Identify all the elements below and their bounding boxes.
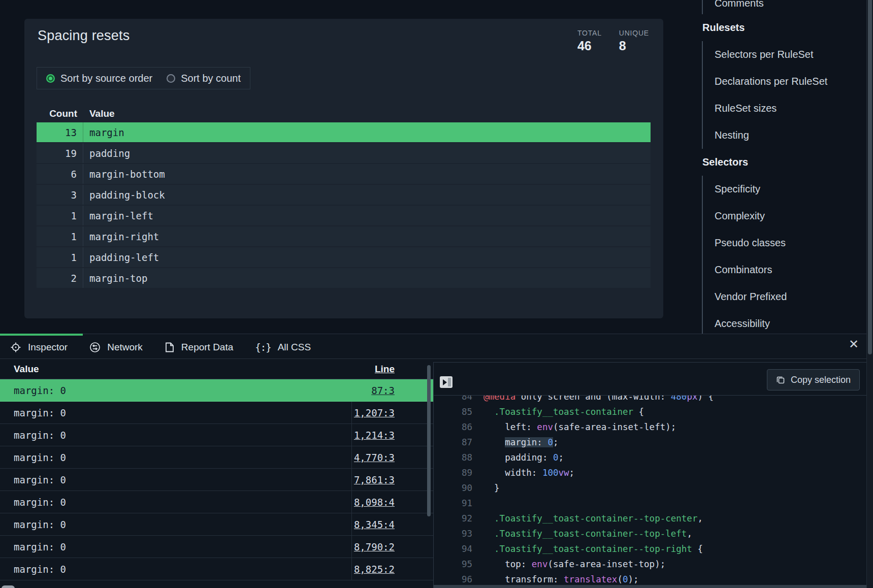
table-row[interactable]: 2margin-top [37, 268, 651, 288]
inspector-row[interactable]: margin: 08,790:2 [0, 536, 433, 558]
play-triangle-icon [443, 379, 447, 385]
toggle-file-tree-icon[interactable] [440, 376, 452, 388]
line-link[interactable]: 8,098:4 [354, 497, 395, 508]
code-token: px [687, 395, 697, 402]
inspector-results-pane: Value Line margin: 087:3margin: 01,207:3… [0, 360, 433, 588]
sidebar-item-declarations-per-ruleset[interactable]: Declarations per RuleSet [703, 68, 866, 95]
table-row[interactable]: 1padding-left [37, 247, 651, 267]
code-viewer-pane: Copy selection 84@media only screen and … [434, 362, 873, 588]
tab-inspector[interactable]: Inspector [10, 342, 68, 353]
row-count: 1 [37, 247, 83, 267]
code-token: 0 [547, 437, 553, 447]
table-row[interactable]: 1margin-left [37, 206, 651, 225]
table-row[interactable]: 6margin-bottom [37, 164, 651, 184]
sidebar-item-comments[interactable]: Comments [703, 0, 866, 14]
inspector-row[interactable]: margin: 08,098:4 [0, 491, 433, 513]
panel-bar-icon [448, 378, 451, 386]
close-panel-button[interactable]: ✕ [849, 338, 859, 350]
code-token: transform: [483, 574, 564, 584]
line-link[interactable]: 8,345:4 [354, 519, 395, 530]
row-value: margin-top [83, 273, 651, 284]
tab-all-css[interactable]: {:}All CSS [255, 342, 311, 353]
code-line: 86 left: env(safe-area-inset-left); [434, 419, 873, 435]
page-scrollbar-track[interactable] [866, 0, 873, 588]
inspector-row[interactable]: margin: 08,345:4 [0, 513, 433, 536]
code-token: env [537, 422, 553, 432]
sidebar-item-vendor-prefixed[interactable]: Vendor Prefixed [703, 283, 866, 310]
inspector-horizontal-scrollbar-thumb[interactable] [2, 585, 15, 588]
line-link[interactable]: 1,214:3 [354, 430, 395, 441]
code-token: 0 [623, 574, 628, 584]
copy-selection-button[interactable]: Copy selection [767, 369, 860, 390]
sort-option-source-order[interactable]: Sort by source order [46, 73, 152, 84]
sidebar-item-specificity[interactable]: Specificity [703, 176, 866, 203]
code-line: 88 padding: 0; [434, 450, 873, 465]
code-line: 87 margin: 0; [434, 435, 873, 450]
code-token: only screen and (max-width: [515, 395, 671, 402]
sidebar-item-nesting[interactable]: Nesting [703, 122, 866, 149]
line-link[interactable]: 87:3 [371, 385, 395, 396]
count-column-header: Count [37, 108, 83, 119]
code-line: 96 transform: translatex(0); [434, 572, 873, 585]
code-text: margin: 0; [472, 435, 559, 450]
code-line: 91 [434, 496, 873, 511]
sidebar-group: Comments [702, 0, 866, 14]
sidebar-heading-selectors: Selectors [702, 149, 866, 176]
table-row[interactable]: 1margin-right [37, 226, 651, 246]
table-header-row: Count Value [37, 105, 651, 122]
inspector-row[interactable]: margin: 08,825:2 [0, 558, 433, 580]
line-link[interactable]: 7,861:3 [354, 474, 395, 485]
declaration-value: margin: 0 [0, 497, 351, 508]
line-link[interactable]: 8,790:2 [354, 541, 395, 552]
line-number: 87 [434, 435, 472, 450]
line-link[interactable]: 8,825:2 [354, 564, 395, 575]
inspector-row[interactable]: margin: 01,214:3 [0, 424, 433, 446]
tab-report-data[interactable]: Report Data [165, 342, 233, 353]
line-link[interactable]: 1,207:3 [354, 407, 395, 418]
stat-total-label: TOTAL [577, 29, 602, 37]
code-area: 84@media only screen and (max-width: 480… [434, 395, 873, 585]
inspector-row[interactable]: margin: 07,861:3 [0, 469, 433, 491]
code-line: 85 .Toastify__toast-container { [434, 404, 873, 419]
line-link[interactable]: 4,770:3 [354, 452, 395, 463]
row-count: 19 [37, 143, 83, 163]
declaration-value: margin: 0 [0, 452, 351, 463]
sidebar-item-selectors-per-ruleset[interactable]: Selectors per RuleSet [703, 41, 866, 68]
code-text: .Toastify__toast-container--top-left, [472, 526, 692, 541]
inspector-row[interactable]: margin: 087:3 [0, 379, 433, 402]
sort-option-count[interactable]: Sort by count [167, 73, 241, 84]
sidebar-item-combinators[interactable]: Combinators [703, 256, 866, 283]
inspector-line-header[interactable]: Line [351, 364, 433, 375]
code-horizontal-scrollbar[interactable] [434, 585, 873, 588]
code-text: left: env(safe-area-inset-left); [472, 419, 676, 435]
document-icon [165, 342, 175, 353]
code-token [483, 513, 494, 524]
code-token: 100 [542, 468, 559, 478]
row-count: 2 [37, 268, 83, 288]
code-line: 92 .Toastify__toast-container--top-cente… [434, 511, 873, 526]
line-cell: 8,345:4 [351, 513, 433, 535]
line-number: 92 [434, 511, 472, 526]
spacing-resets-card: Spacing resets TOTAL 46 UNIQUE 8 Sort by… [24, 19, 663, 318]
code-token: { [633, 407, 644, 417]
inspector-vertical-scrollbar-thumb[interactable] [427, 365, 431, 516]
table-row[interactable]: 3padding-block [37, 185, 651, 205]
declaration-value: margin: 0 [0, 385, 351, 396]
code-token: , [697, 513, 703, 524]
sidebar-item-complexity[interactable]: Complexity [703, 203, 866, 230]
inspector-row[interactable]: margin: 01,207:3 [0, 402, 433, 424]
sidebar-item-pseudo-classes[interactable]: Pseudo classes [703, 230, 866, 256]
code-line: 90 } [434, 480, 873, 496]
table-row[interactable]: 13margin [37, 122, 651, 142]
sidebar-heading-rulesets: Rulesets [702, 14, 866, 41]
inspector-row[interactable]: margin: 04,770:3 [0, 446, 433, 469]
table-row[interactable]: 19padding [37, 143, 651, 163]
code-text: top: env(safe-area-inset-top); [472, 557, 665, 572]
line-number: 93 [434, 526, 472, 541]
tab-network[interactable]: Network [89, 342, 143, 353]
sidebar-item-ruleset-sizes[interactable]: RuleSet sizes [703, 95, 866, 122]
line-number: 90 [434, 480, 472, 496]
row-value: margin-left [83, 210, 651, 221]
page-scrollbar-thumb[interactable] [868, 0, 872, 354]
row-value: padding-left [83, 252, 651, 263]
